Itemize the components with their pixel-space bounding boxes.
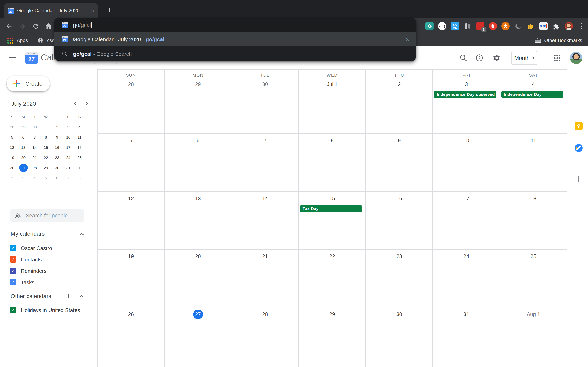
date-label[interactable]: 7: [260, 136, 270, 146]
omnibox[interactable]: go/gcal: [54, 18, 416, 32]
next-month-icon[interactable]: [84, 101, 89, 106]
password-field-icon[interactable]: ∗∗: [539, 22, 548, 30]
mini-day[interactable]: 11: [75, 133, 84, 142]
date-label[interactable]: 28: [126, 80, 136, 89]
mini-day[interactable]: 29: [42, 164, 50, 172]
checkbox-checked-icon[interactable]: [10, 245, 16, 251]
event-pill[interactable]: Independence Day: [501, 91, 563, 98]
date-label[interactable]: 2: [394, 80, 404, 89]
day-cell[interactable]: 5: [98, 134, 165, 192]
back-icon[interactable]: [5, 22, 14, 31]
keep-icon[interactable]: [574, 122, 583, 131]
date-label[interactable]: 21: [260, 252, 270, 261]
date-label[interactable]: 24: [461, 252, 471, 261]
day-cell[interactable]: Aug 1: [500, 308, 567, 367]
mini-day[interactable]: 8: [42, 133, 50, 142]
date-label[interactable]: 18: [528, 194, 538, 203]
mini-day[interactable]: 12: [8, 143, 17, 152]
dark-mode-moon-icon[interactable]: [514, 22, 522, 30]
mini-day[interactable]: 22: [42, 153, 50, 162]
date-label[interactable]: Aug 1: [526, 309, 541, 319]
day-cell[interactable]: 13: [165, 192, 232, 250]
add-other-calendars-icon[interactable]: [65, 292, 73, 300]
date-label[interactable]: 6: [193, 136, 203, 146]
mini-day[interactable]: 4: [75, 123, 84, 131]
date-label[interactable]: 23: [394, 252, 404, 261]
json-formatter-icon[interactable]: {…}: [438, 22, 446, 30]
search-people-input[interactable]: Search for people: [10, 209, 84, 222]
mini-day[interactable]: 15: [42, 143, 50, 152]
calendar-list-item[interactable]: Contacts: [10, 254, 91, 265]
mini-day[interactable]: 2: [8, 174, 17, 182]
day-cell[interactable]: MON29: [165, 70, 232, 134]
help-icon[interactable]: ?: [475, 53, 484, 62]
date-label[interactable]: 31: [461, 309, 471, 319]
mini-day[interactable]: 21: [30, 153, 39, 162]
day-cell[interactable]: 16: [366, 192, 433, 250]
day-cell[interactable]: 26: [98, 308, 165, 367]
date-label[interactable]: 13: [193, 194, 203, 203]
mini-day[interactable]: 6: [53, 174, 61, 182]
mini-day[interactable]: 4: [30, 174, 39, 182]
date-label[interactable]: 5: [126, 136, 136, 146]
calendar-list-item[interactable]: Reminders: [10, 265, 91, 276]
saml-icon[interactable]: SAML: [451, 22, 459, 30]
mini-day[interactable]: 7: [30, 133, 39, 142]
mini-day[interactable]: 14: [30, 143, 39, 152]
day-cell[interactable]: 8: [299, 134, 366, 192]
date-label[interactable]: 30: [394, 309, 404, 319]
mini-day[interactable]: 24: [64, 153, 73, 162]
mini-day[interactable]: 9: [53, 133, 61, 142]
day-cell[interactable]: TUE30: [232, 70, 299, 134]
day-cell[interactable]: 14: [232, 192, 299, 250]
tab-close-icon[interactable]: ×: [91, 8, 94, 14]
new-tab-button[interactable]: +: [104, 4, 115, 16]
mini-day[interactable]: 8: [75, 174, 84, 182]
collapse-other-calendars-icon[interactable]: [78, 292, 86, 300]
view-selector-button[interactable]: Month ▾: [511, 51, 537, 65]
date-label[interactable]: 19: [126, 252, 136, 261]
settings-gear-icon[interactable]: [492, 53, 501, 62]
mini-day-today[interactable]: 27: [19, 164, 28, 172]
puzzle-extensions-icon[interactable]: [552, 22, 560, 30]
day-cell[interactable]: 6: [165, 134, 232, 192]
browser-tab[interactable]: Google Calendar - July 2020 ×: [4, 3, 98, 18]
calendar-list-item[interactable]: Holidays in United States: [10, 304, 91, 316]
mini-day[interactable]: 30: [30, 123, 39, 131]
date-label[interactable]: 3: [461, 80, 471, 89]
mini-day[interactable]: 31: [64, 164, 73, 172]
day-cell[interactable]: 12: [98, 192, 165, 250]
day-cell[interactable]: 17: [433, 192, 500, 250]
collapse-my-calendars-icon[interactable]: [78, 230, 86, 238]
search-icon[interactable]: [459, 53, 468, 62]
lastpass-icon[interactable]: ··· 1: [476, 22, 484, 30]
mini-day[interactable]: 19: [8, 153, 17, 162]
google-apps-grid-icon[interactable]: [554, 55, 560, 61]
day-cell[interactable]: THU2: [366, 70, 433, 134]
bookmark-apps[interactable]: Apps: [7, 37, 28, 43]
mini-day[interactable]: 30: [53, 164, 61, 172]
date-label[interactable]: Jul 1: [326, 80, 338, 89]
date-label[interactable]: 16: [394, 194, 404, 203]
date-label[interactable]: 20: [193, 252, 203, 261]
other-bookmarks-button[interactable]: Other Bookmarks: [534, 38, 582, 43]
remove-suggestion-icon[interactable]: ×: [406, 36, 410, 43]
date-label[interactable]: 17: [461, 194, 471, 203]
today-button-partial[interactable]: [94, 61, 117, 64]
day-cell[interactable]: 27: [165, 308, 232, 367]
day-cell[interactable]: 22: [299, 250, 366, 308]
date-label[interactable]: 11: [528, 136, 538, 146]
day-cell[interactable]: FRI3Independence Day observed: [433, 70, 500, 134]
day-cell[interactable]: 9: [366, 134, 433, 192]
mini-day[interactable]: 1: [42, 123, 50, 131]
reload-icon[interactable]: [31, 22, 40, 31]
day-cell[interactable]: 21: [232, 250, 299, 308]
day-cell[interactable]: 23: [366, 250, 433, 308]
date-label[interactable]: 4: [528, 80, 538, 89]
mini-day[interactable]: 5: [42, 174, 50, 182]
date-label[interactable]: 14: [260, 194, 270, 203]
account-avatar[interactable]: [570, 52, 582, 64]
checkbox-checked-icon[interactable]: [10, 307, 16, 313]
day-cell[interactable]: 28: [232, 308, 299, 367]
day-cell[interactable]: SAT4Independence Day: [500, 70, 567, 134]
